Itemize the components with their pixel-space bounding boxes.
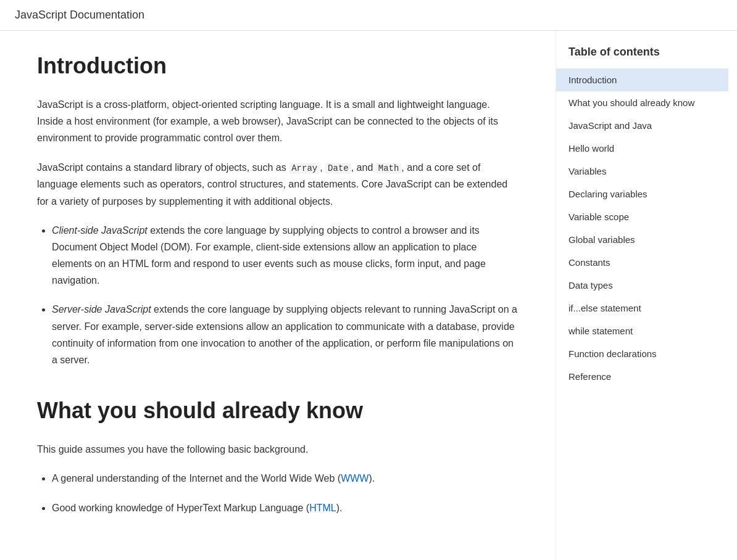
html-link[interactable]: HTML <box>309 503 336 513</box>
list-item: Good working knowledge of HyperText Mark… <box>52 500 518 516</box>
list-item: Client-side JavaScript extends the core … <box>52 222 518 289</box>
introduction-para1: JavaScript is a cross-platform, object-o… <box>37 96 518 147</box>
introduction-bullets: Client-side JavaScript extends the core … <box>52 222 518 369</box>
toc-global-variables[interactable]: Global variables <box>556 228 728 251</box>
date-code: Date <box>325 163 351 174</box>
app-header: JavaScript Documentation <box>0 0 737 31</box>
toc-if-else[interactable]: if...else statement <box>556 297 728 319</box>
introduction-heading: Introduction <box>37 53 518 79</box>
toc-constants[interactable]: Constants <box>556 251 728 274</box>
introduction-section: Introduction JavaScript is a cross-platf… <box>37 53 518 368</box>
main-content: Introduction JavaScript is a cross-platf… <box>0 31 556 560</box>
toc-js-java[interactable]: JavaScript and Java <box>556 114 728 137</box>
toc-data-types[interactable]: Data types <box>556 274 728 297</box>
toc-variables[interactable]: Variables <box>556 160 728 183</box>
main-layout: Introduction JavaScript is a cross-platf… <box>0 31 737 560</box>
math-code: Math <box>376 163 402 174</box>
array-code: Array <box>289 163 320 174</box>
app-title: JavaScript Documentation <box>15 9 144 21</box>
what-you-know-para1: This guide assumes you have the followin… <box>37 441 518 458</box>
toc-sidebar: Table of contents IntroductionWhat you s… <box>556 31 728 560</box>
www-link[interactable]: WWW <box>341 473 368 484</box>
toc-function-declarations[interactable]: Function declarations <box>556 342 728 365</box>
what-you-know-section: What you should already know This guide … <box>37 398 518 516</box>
list-item: A general understanding of the Internet … <box>52 470 518 487</box>
toc-title: Table of contents <box>556 46 728 68</box>
list-item: Server-side JavaScript extends the core … <box>52 301 518 368</box>
what-you-know-bullets: A general understanding of the Internet … <box>52 470 518 516</box>
toc-hello-world[interactable]: Hello world <box>556 137 728 160</box>
toc-introduction[interactable]: Introduction <box>556 68 728 91</box>
toc-variable-scope[interactable]: Variable scope <box>556 205 728 228</box>
toc-reference[interactable]: Reference <box>556 365 728 388</box>
toc-declaring-variables[interactable]: Declaring variables <box>556 183 728 205</box>
introduction-para2: JavaScript contains a standard library o… <box>37 159 518 210</box>
toc-items-container: IntroductionWhat you should already know… <box>556 68 728 388</box>
toc-while[interactable]: while statement <box>556 319 728 342</box>
what-you-know-heading: What you should already know <box>37 398 518 424</box>
toc-what-you-should-know[interactable]: What you should already know <box>556 91 728 114</box>
